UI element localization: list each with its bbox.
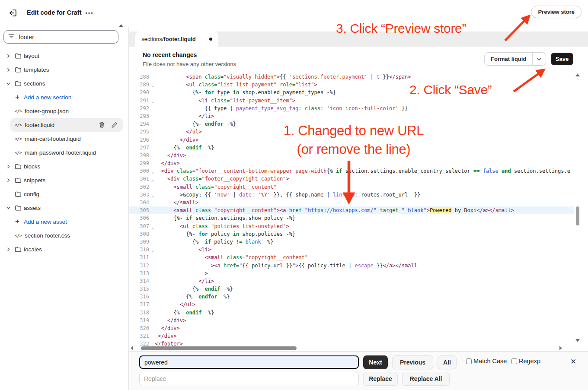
code-editor[interactable]: 288289⌄290291⌄29229329429529629729829930…	[129, 71, 574, 346]
code-line[interactable]: {%- for type in shop.enabled_payment_typ…	[155, 89, 574, 96]
match-case-option[interactable]: Match Case	[466, 358, 507, 365]
chevron-down-icon[interactable]	[6, 206, 11, 210]
line-number[interactable]: 301⌄	[129, 175, 155, 183]
code-line[interactable]: >&copy; {{ 'now' | date: '%Y' }}, {{ sho…	[155, 191, 574, 199]
line-number[interactable]: 294	[129, 120, 155, 128]
code-line[interactable]: {%- if policy != blank -%}	[155, 238, 574, 246]
add-button-add-a-new-asset[interactable]: +Add a new asset	[10, 215, 123, 228]
line-number[interactable]: 321	[129, 332, 155, 340]
line-number[interactable]: 306	[129, 214, 155, 222]
line-number[interactable]: 310⌄	[129, 246, 155, 254]
exit-icon[interactable]	[7, 7, 19, 19]
code-line[interactable]: <small class="copyright__content"	[155, 254, 574, 261]
tree-item-footer-group-json[interactable]: </>footer-group.json	[10, 104, 123, 118]
find-next-button[interactable]: Next	[363, 355, 388, 369]
tab-footer-liquid[interactable]: sections/footer.liquid	[135, 32, 218, 47]
line-number[interactable]: 318	[129, 309, 155, 317]
line-number[interactable]: 315	[129, 285, 155, 293]
code-line[interactable]: <ul class="list list-payment" role="list…	[155, 81, 574, 89]
save-button[interactable]: Save	[551, 53, 573, 65]
vertical-scrollbar[interactable]	[574, 71, 581, 346]
code-line[interactable]: {%- if section.settings.show_policy -%}	[155, 214, 574, 222]
code-line[interactable]: {%- endfor -%}	[155, 293, 574, 301]
line-number[interactable]: 316	[129, 293, 155, 301]
line-number[interactable]: 304	[129, 199, 155, 206]
more-menu-icon[interactable]: •••	[83, 7, 96, 19]
line-number[interactable]: 288	[129, 73, 155, 81]
line-number[interactable]: 295	[129, 128, 155, 136]
format-liquid-button[interactable]: Format liquid	[484, 52, 546, 66]
tree-item-main-cart-footer-liquid[interactable]: </>main-cart-footer.liquid	[10, 132, 123, 146]
line-number[interactable]: 293	[129, 112, 155, 120]
code-line[interactable]: </div>	[155, 324, 574, 332]
line-number[interactable]: 311	[129, 254, 155, 261]
line-number[interactable]: 322	[129, 340, 155, 346]
find-previous-button[interactable]: Previous	[392, 355, 433, 369]
chevron-right-icon[interactable]	[6, 164, 11, 169]
code-line[interactable]: </ul>	[155, 301, 574, 308]
add-button-add-a-new-section[interactable]: +Add a new section	[10, 90, 123, 104]
code-line[interactable]: </li>	[155, 112, 574, 120]
line-number[interactable]: 319	[129, 317, 155, 324]
line-number[interactable]: 314	[129, 277, 155, 285]
line-number[interactable]: 307⌄	[129, 222, 155, 230]
code-line[interactable]: <small class="copyright__content"	[155, 183, 574, 191]
tree-item-layout[interactable]: layout	[0, 49, 129, 63]
code-line[interactable]: </footer>	[155, 340, 574, 346]
match-case-checkbox[interactable]	[466, 358, 472, 364]
code-line[interactable]: </ul>	[155, 128, 574, 136]
tree-item-section-footer-css[interactable]: </>section-footer.css	[10, 228, 123, 242]
horizontal-scrollbar-thumb[interactable]	[141, 346, 297, 350]
tree-item-assets[interactable]: assets	[0, 201, 129, 215]
line-number[interactable]: 305	[129, 206, 155, 214]
line-number[interactable]: 303⌄	[129, 191, 155, 199]
scroll-right-icon[interactable]	[559, 346, 562, 350]
code-line[interactable]: <small class="copyright__content"><a hre…	[155, 206, 574, 214]
code-line[interactable]: {%- endif -%}	[155, 144, 574, 152]
find-all-button[interactable]: All	[438, 355, 457, 369]
line-number[interactable]: 291⌄	[129, 97, 155, 105]
line-number[interactable]: 297	[129, 144, 155, 152]
line-number[interactable]: 308	[129, 230, 155, 238]
chevron-right-icon[interactable]	[6, 54, 11, 58]
code-line[interactable]: </small>	[155, 199, 574, 206]
replace-input[interactable]	[139, 372, 359, 385]
tree-item-locales[interactable]: locales	[0, 242, 129, 256]
line-number[interactable]: 317	[129, 301, 155, 308]
code-line[interactable]: {%- endif -%}	[155, 285, 574, 293]
tree-item-footer-liquid[interactable]: </>footer.liquid	[10, 118, 123, 132]
scroll-down-icon[interactable]	[575, 339, 580, 342]
line-number[interactable]: 312	[129, 262, 155, 270]
file-search-box[interactable]	[3, 30, 118, 44]
code-line[interactable]: </div>	[155, 152, 574, 159]
code-line[interactable]: {%- for policy in shop.policies -%}	[155, 230, 574, 238]
delete-icon[interactable]	[99, 121, 105, 128]
tree-item-templates[interactable]: templates	[0, 63, 129, 76]
line-number[interactable]: 309	[129, 238, 155, 246]
scroll-up-icon[interactable]	[575, 73, 580, 76]
edit-icon[interactable]	[111, 121, 118, 128]
code-line[interactable]: <li>	[155, 246, 574, 254]
code-line[interactable]: {%- endfor -%}	[155, 120, 574, 128]
line-number[interactable]: 302	[129, 183, 155, 191]
code-line[interactable]: </div>	[155, 332, 574, 340]
line-number[interactable]: 299	[129, 159, 155, 167]
code-line[interactable]: ><a href="{{ policy.url }}">{{ policy.ti…	[155, 262, 574, 270]
search-input[interactable]	[19, 34, 105, 41]
chevron-right-icon[interactable]	[6, 247, 11, 252]
chevron-down-icon[interactable]	[6, 81, 11, 86]
line-number[interactable]: 298	[129, 152, 155, 159]
code-line[interactable]: <ul class="policies list-unstyled">	[155, 222, 574, 230]
line-number[interactable]: 296	[129, 136, 155, 144]
sidebar-scroll-up-icon[interactable]	[119, 24, 123, 27]
tree-item-config[interactable]: config	[0, 187, 129, 201]
find-input[interactable]	[139, 355, 359, 369]
close-icon[interactable]: ✕	[568, 356, 579, 367]
tree-item-sections[interactable]: sections	[0, 76, 129, 90]
line-number[interactable]: 292	[129, 105, 155, 112]
code-line[interactable]: >	[155, 270, 574, 277]
code-line[interactable]: <div class="footer__copyright caption">	[155, 175, 574, 183]
code-line[interactable]: <span class="visually-hidden">{{ 'sectio…	[155, 73, 574, 81]
replace-button[interactable]: Replace	[363, 372, 398, 386]
vertical-scrollbar-thumb[interactable]	[576, 206, 579, 225]
